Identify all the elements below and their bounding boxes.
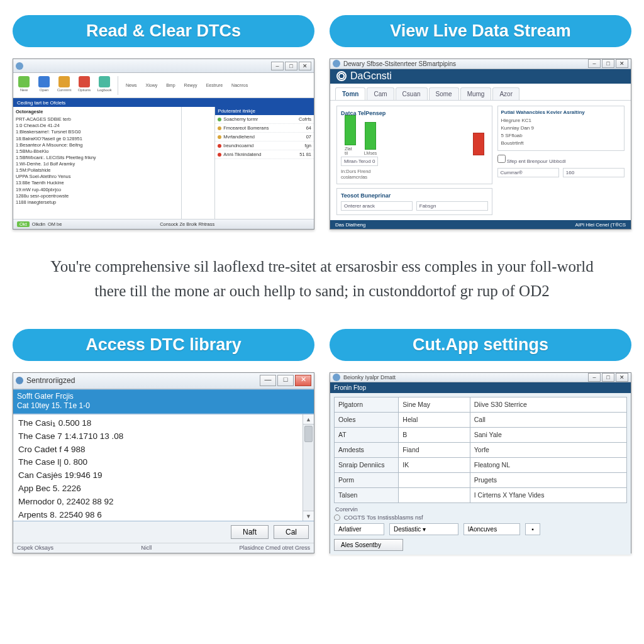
property-row: Fmceareot Bomerans64 (215, 124, 314, 133)
setting-label: Snraip Denniics (335, 457, 399, 472)
app-icon (333, 374, 340, 381)
setting-value[interactable]: B (399, 427, 470, 442)
maximize-button[interactable]: □ (602, 373, 614, 382)
tab[interactable]: Csuan (396, 87, 428, 100)
setting-label: AT (335, 427, 399, 442)
pill-access-dtc-library: Access DTC library (13, 329, 314, 361)
apply-button[interactable]: Ales Sosentby (334, 539, 403, 551)
setting-value[interactable]: IK (399, 457, 470, 472)
ribbon-mini[interactable]: Eestrure (204, 82, 225, 89)
gauge-bars: Zlat til LMses (345, 120, 484, 155)
setting-value[interactable]: I Cirterns X Yfane Vides (470, 487, 626, 502)
close-button[interactable]: ✕ (295, 375, 311, 386)
field[interactable]: Onterer arack (341, 201, 413, 211)
dtc-reader-bluebar: Ceding tart be Ofclets (13, 98, 314, 107)
field[interactable]: Fabsgn (416, 201, 488, 211)
next-button[interactable]: Naft (231, 525, 269, 539)
pill-view-live-data: View Live Data Stream (330, 15, 631, 47)
ribbon-mini[interactable]: Nacnros (229, 82, 250, 89)
app-icon (333, 60, 340, 67)
dtc-line: 1:0 Cheact-De 41-24 (16, 123, 179, 129)
setting-value[interactable]: Call (470, 412, 626, 427)
control-group: Teosot Buneprinar Onterer arack Fabsgn (336, 188, 492, 215)
maximize-button[interactable]: □ (285, 62, 297, 70)
list-item: Cro Cadet f 4 988 (18, 443, 297, 457)
radio-button[interactable] (334, 514, 340, 521)
ribbon-mini[interactable]: Rewyy (182, 82, 200, 89)
ribbon-mini[interactable]: News (123, 82, 140, 89)
setting-value[interactable]: Diive S30 Sterrice (470, 397, 626, 412)
scroll-thumb[interactable] (304, 426, 313, 442)
setting-value[interactable]: Fiand (399, 442, 470, 457)
ribbon-item[interactable]: Open (36, 76, 52, 95)
maximize-button[interactable]: □ (277, 375, 294, 386)
property-row: beundncoarndfgn (215, 142, 314, 150)
tab[interactable]: Cam (367, 87, 394, 100)
settings-panel-header: Fronin Ftop (330, 382, 631, 393)
setting-value[interactable] (399, 487, 470, 502)
box-line: 5 SFfloab (501, 132, 621, 140)
dtc-line: 1:Bleakersame!: Tursnet BSG0 (16, 129, 179, 135)
close-button[interactable]: ✕ (616, 59, 628, 68)
setting-value[interactable]: Sani Yale (470, 427, 626, 442)
dtc-line: UPPA Soel-Atetihro Yenus (16, 174, 179, 180)
button[interactable]: 160 (563, 168, 625, 177)
close-button[interactable]: ✕ (616, 373, 628, 382)
dtc-line: 1288u sesr-opcentrowste (16, 193, 179, 199)
dropdown[interactable]: Destiastic ▾ (389, 523, 458, 535)
live-data-footer: Das Diatheng AIPl Hlei Cenel (T®CS (330, 220, 631, 229)
setting-value[interactable]: Fleatong NL (470, 457, 626, 472)
close-button[interactable]: ✕ (299, 62, 311, 70)
tab[interactable]: Tomn (335, 87, 365, 100)
dtc-code-list[interactable]: Octoragesle PRT-ACAGES SDBIE terb 1:0 Ch… (13, 107, 182, 219)
tab[interactable]: Some (429, 87, 459, 100)
list-item: The Case 7 1:4.1710 13 .08 (18, 430, 297, 443)
property-row: Mvrtandiehend07 (215, 133, 314, 142)
minimize-button[interactable]: – (588, 59, 601, 68)
ribbon-item[interactable]: Connnnt (56, 76, 72, 95)
warnings-box: Putial Wahancbles Kevler Asraltiny Hlegr… (497, 106, 625, 151)
dtc-library-buttons: Naft Cal (13, 521, 314, 543)
tab[interactable]: Mumg (460, 87, 492, 100)
live-data-titlebar: Dewary Sfbse-Stsitenrteer SBmartpipins –… (330, 59, 631, 69)
tab[interactable]: Azor (492, 87, 519, 100)
settings-table: PlgatornSine MayDiive S30 Sterrice Ooles… (334, 397, 627, 503)
minimize-button[interactable]: — (260, 375, 276, 386)
ribbon-mini[interactable]: Xlowy (143, 82, 160, 89)
scroll-up-icon[interactable]: ▲ (303, 414, 314, 425)
gauge-group: Datca TelPensep Zlat til LMses Mlran-Ter… (336, 106, 492, 184)
status-chip: Okt (17, 221, 30, 227)
dtc-library-list[interactable]: The Casi₁ 0.500 18 The Case 7 1:4.1710 1… (13, 414, 303, 521)
cancel-button[interactable]: Cal (274, 525, 309, 539)
setting-value[interactable]: Helal (399, 412, 470, 427)
scrollbar[interactable]: ▲ ▼ (303, 414, 314, 521)
status-text: OM be (48, 221, 62, 227)
setting-value[interactable]: Sine May (399, 397, 470, 412)
table-row: PormPrugets (335, 472, 627, 487)
list-item: The Casi₁ 0.500 18 (18, 417, 297, 430)
ribbon-item[interactable]: Options (76, 76, 92, 95)
minimize-button[interactable]: – (271, 62, 284, 70)
maximize-button[interactable]: □ (602, 59, 614, 68)
setting-value[interactable] (399, 472, 470, 487)
setting-label: Amdests (335, 442, 399, 457)
minimize-button[interactable]: – (588, 373, 601, 382)
dtc-line: 1:Besanteor A Misounce: Beitng (16, 142, 179, 148)
stepper-button[interactable]: ▪ (525, 523, 540, 535)
property-row: Soachemy tormrCofrfs (215, 115, 314, 124)
ribbon-mini[interactable]: Bmp (164, 82, 177, 89)
setting-value[interactable]: Prugets (470, 472, 626, 487)
settings-controls: Arlativer Destiastic ▾ lAoncuves ▪ (334, 521, 627, 539)
property-row: Anni-Tiknindatend51 81 (215, 150, 314, 159)
button[interactable]: Cumrrar® (497, 168, 559, 177)
ribbon-item[interactable]: Logbook (96, 76, 113, 95)
option-checkbox[interactable] (497, 155, 506, 163)
ribbon-item[interactable]: New (16, 76, 32, 95)
scroll-down-icon[interactable]: ▼ (303, 511, 314, 521)
text-field[interactable]: lAoncuves (464, 523, 520, 535)
dtc-line: 1:5M:Poliatshide (16, 167, 179, 174)
dtc-library-window: Sentnroriigzed — □ ✕ Sofft Gater Frcjis … (13, 372, 314, 553)
dtc-line: 19:mW rup-400pbrjco (16, 187, 179, 193)
setting-value[interactable]: Yorfe (470, 442, 626, 457)
dtc-properties-panel: Pduteratnt itnikje Soachemy tormrCofrfs … (214, 107, 314, 219)
